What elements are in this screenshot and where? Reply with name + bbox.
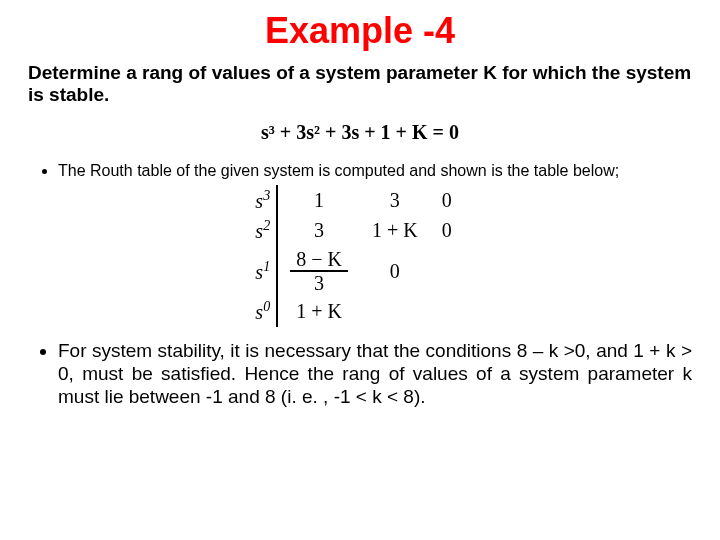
slide-title: Example -4: [28, 10, 692, 52]
routh-table: s3 1 3 0 s2 3 1 + K 0 s1 8 − K 3 0 s0 1 …: [255, 185, 464, 327]
bullet-routh-intro: The Routh table of the given system is c…: [58, 162, 692, 181]
bullet-stability-conclusion: For system stability, it is necessary th…: [58, 339, 692, 409]
problem-statement: Determine a rang of values of a system p…: [28, 62, 692, 107]
characteristic-equation: s³ + 3s² + 3s + 1 + K = 0: [28, 121, 692, 144]
